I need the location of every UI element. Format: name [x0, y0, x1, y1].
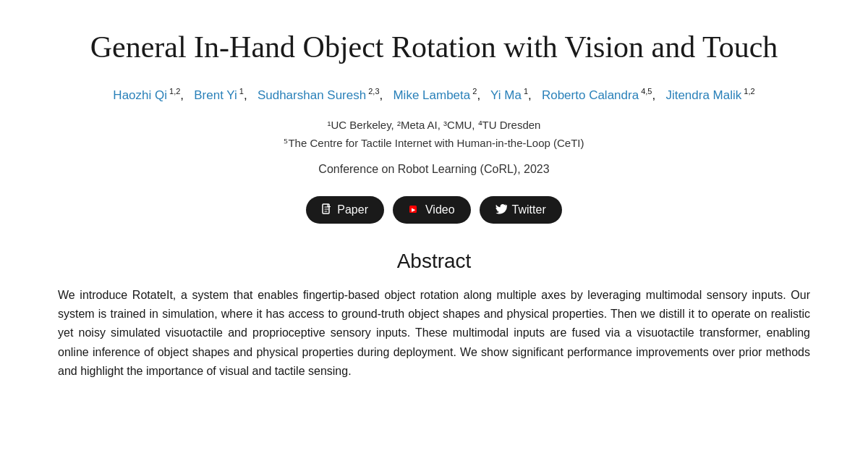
author-haozhi-qi[interactable]: Haozhi Qi — [113, 88, 167, 102]
affiliations-line2: ⁵The Centre for Tactile Internet with Hu… — [284, 134, 584, 153]
abstract-title: Abstract — [58, 250, 810, 273]
affiliations-line1: ¹UC Berkeley, ²Meta AI, ³CMU, ⁴TU Dresde… — [284, 116, 584, 135]
abstract-section: Abstract We introduce RotateIt, a system… — [58, 250, 810, 381]
affil-sup-1: 1,2 — [167, 88, 180, 96]
abstract-text: We introduce RotateIt, a system that ena… — [58, 286, 810, 381]
affil-sup-4: 2 — [470, 88, 477, 96]
page-container: General In-Hand Object Rotation with Vis… — [0, 0, 868, 456]
twitter-button-label: Twitter — [512, 203, 546, 216]
author-yi-ma[interactable]: Yi Ma — [490, 88, 522, 102]
affil-sup-3: 2,3 — [366, 88, 379, 96]
video-icon: ▶ — [409, 205, 420, 215]
buttons-row: Paper ▶ Video Twitter — [306, 196, 561, 224]
conference-line: Conference on Robot Learning (CoRL), 202… — [318, 163, 549, 176]
author-roberto-calandra[interactable]: Roberto Calandra — [542, 88, 639, 102]
twitter-button[interactable]: Twitter — [480, 196, 562, 224]
affil-sup-5: 1 — [522, 88, 528, 96]
video-button-label: Video — [425, 203, 455, 216]
authors-line: Haozhi Qi 1,2, Brent Yi 1, Sudharshan Su… — [113, 85, 754, 105]
author-mike-lambeta[interactable]: Mike Lambeta — [393, 88, 470, 102]
author-jitendra-malik[interactable]: Jitendra Malik — [665, 88, 741, 102]
author-brent-yi[interactable]: Brent Yi — [194, 88, 237, 102]
affil-sup-6: 4,5 — [639, 88, 652, 96]
affiliations: ¹UC Berkeley, ²Meta AI, ³CMU, ⁴TU Dresde… — [284, 116, 584, 153]
twitter-icon — [495, 204, 507, 216]
paper-button[interactable]: Paper — [306, 196, 384, 224]
paper-icon — [322, 203, 332, 216]
paper-button-label: Paper — [337, 203, 368, 216]
video-button[interactable]: ▶ Video — [393, 196, 471, 224]
paper-title: General In-Hand Object Rotation with Vis… — [90, 29, 778, 65]
author-sudharshan-suresh[interactable]: Sudharshan Suresh — [258, 88, 366, 102]
affil-sup-2: 1 — [237, 88, 244, 96]
affil-sup-7: 1,2 — [741, 88, 754, 96]
